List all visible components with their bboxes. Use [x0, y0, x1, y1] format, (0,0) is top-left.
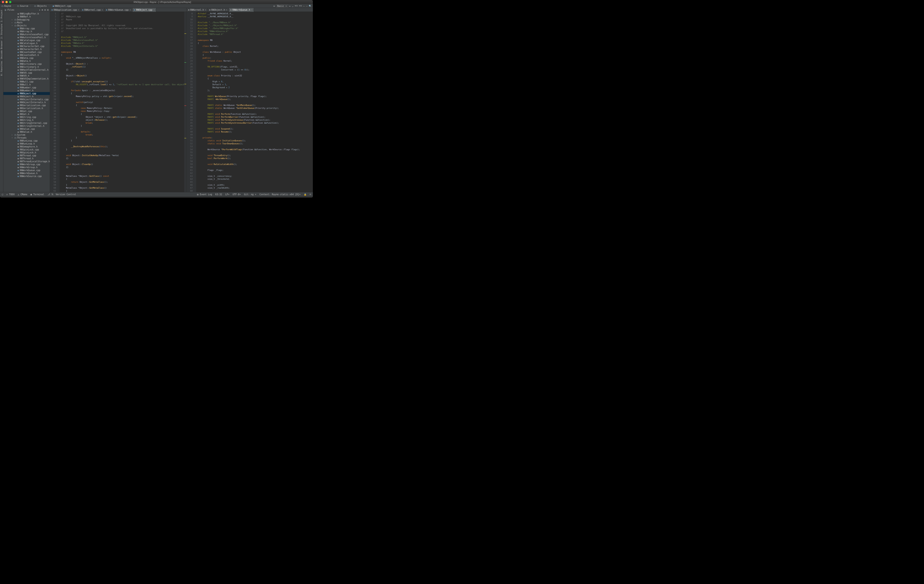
minimize-icon[interactable]: [5, 1, 8, 3]
version-control-tool[interactable]: ⎇ 9: Version Control: [48, 193, 76, 196]
breadcrumb-rnobject.cpp[interactable]: ● RNObject.cpp: [53, 4, 71, 8]
tool-unicode[interactable]: Unicode Browser: [0, 39, 3, 60]
tree-file[interactable]: ◉RNSet.cpp: [3, 110, 50, 113]
git-branch[interactable]: Git: ng ÷: [244, 193, 256, 196]
tree-file[interactable]: ◉RNDictionary.cpp: [3, 63, 50, 66]
tab-rnobject-h[interactable]: ◉RNObject.h×: [208, 8, 229, 12]
vcs-commit-button[interactable]: VCS: [299, 5, 302, 7]
tree-file[interactable]: ◉RNAutoreleasePool.cpp: [3, 33, 50, 36]
tab-rnobject-cpp[interactable]: ◉RNObject.cpp×: [132, 8, 157, 12]
tool-structure[interactable]: 2: Structure: [0, 23, 3, 39]
close-tab-icon[interactable]: ×: [205, 9, 206, 11]
tree-file[interactable]: ◉RNValue.h: [3, 130, 50, 133]
tree-file[interactable]: ◉RNString.h: [3, 118, 50, 122]
line-separator[interactable]: LF÷: [225, 193, 229, 196]
tab-rnworkqueue-cpp[interactable]: ◉RNWorkQueue.cpp×: [105, 8, 132, 12]
close-tab-icon[interactable]: ×: [102, 9, 103, 11]
tree-file[interactable]: ◉RNObjectInternals.cpp: [3, 98, 50, 101]
terminal-tool[interactable]: ▣ Terminal: [30, 193, 44, 196]
tool-favorites[interactable]: 0: Favorites: [0, 60, 3, 77]
tree-file[interactable]: ◉RNSpinLock.cpp: [3, 148, 50, 151]
tree-file[interactable]: ◉RNStringInternal.h: [3, 125, 50, 127]
breadcrumb-source[interactable]: 🗀 Source: [17, 4, 28, 8]
tab-rnapplication-cpp[interactable]: ◉RNApplication.cpp×: [50, 8, 81, 12]
tree-file[interactable]: ◉RNCharacterSet.cpp: [3, 45, 50, 48]
tree-folder[interactable]: ▸🗀Debugging: [3, 18, 50, 21]
back-button[interactable]: ←: [303, 5, 305, 7]
tree-file[interactable]: ◉RNData.h: [3, 59, 50, 63]
code-content[interactable]: // // RNObject.cpp // Rayne // // Copyri…: [59, 12, 184, 192]
tree-folder[interactable]: ▸🗀System: [3, 133, 50, 137]
close-tab-icon[interactable]: ×: [153, 9, 155, 11]
tree-file[interactable]: ◉RNNumber.cpp: [3, 86, 50, 89]
gear-icon[interactable]: ⚙: [45, 9, 46, 11]
tree-file[interactable]: ◉RNKVOImplementation.h: [3, 77, 50, 80]
tree-file[interactable]: ◉RNRunLoop.h: [3, 142, 50, 145]
tree-file[interactable]: ◉RNNumber.h: [3, 89, 50, 92]
debug-button[interactable]: ⌄: [292, 5, 294, 7]
search-button[interactable]: 🔍: [309, 5, 312, 7]
vcs-update-button[interactable]: VCS: [295, 5, 298, 7]
close-tab-icon[interactable]: ×: [251, 9, 252, 11]
tree-file[interactable]: ◉RNAutoreleasePool.h: [3, 36, 50, 39]
tree-file[interactable]: ◉RNData.cpp: [3, 57, 50, 59]
close-tab-icon[interactable]: ×: [130, 9, 131, 11]
tree-file[interactable]: ◉RNSet.h: [3, 113, 50, 116]
tree-file[interactable]: ◉RNCountedSet.h: [3, 54, 50, 57]
tree-file[interactable]: ◉RNDictionary.h: [3, 66, 50, 68]
tree-file[interactable]: ◉RNCharacterSet.h: [3, 48, 50, 51]
tree-file[interactable]: ◉RNString.cpp: [3, 116, 50, 118]
scroll-to-source-button[interactable]: ⊚: [41, 9, 43, 11]
collapse-all-button[interactable]: ↕: [39, 9, 40, 11]
hide-tools-button[interactable]: ▢: [2, 193, 3, 196]
code-content[interactable]: #ifndef __RAYNE_WORKQUEUE_H__ #define __…: [196, 12, 313, 192]
tree-file[interactable]: ◉RNCountedSet.cpp: [3, 51, 50, 54]
tree-file[interactable]: ◉RNKVO.h: [3, 74, 50, 77]
forward-button[interactable]: →: [306, 5, 307, 7]
event-log-button[interactable]: ▤ Event Log: [197, 193, 212, 196]
tree-folder[interactable]: ▾🗀Objects: [3, 24, 50, 27]
tree-file[interactable]: ◉RNObject.h: [3, 95, 50, 98]
tree-file[interactable]: ◉RNThreadLocalStorage.h: [3, 160, 50, 163]
close-tab-icon[interactable]: ×: [78, 9, 79, 11]
maximize-icon[interactable]: [9, 1, 12, 3]
tree-file[interactable]: ◉RNRRef.h: [3, 15, 50, 18]
tree-file[interactable]: ◉RNKVO.cpp: [3, 71, 50, 74]
tree-file[interactable]: ◉RNWorkQueue.cpp: [3, 169, 50, 172]
error-stripe[interactable]: [184, 12, 186, 192]
left-editor[interactable]: 1 2 3 4 5 6 7 8 9 10 11 12 13 14 15 16 1…: [50, 12, 186, 192]
tree-file[interactable]: ◉RNSpinLock.h: [3, 151, 50, 154]
tab-rnkernel-cpp[interactable]: ◉RNKernel.cpp×: [81, 8, 105, 12]
tree-file[interactable]: ◉RNSerialization.h: [3, 107, 50, 110]
tree-file[interactable]: ◉RNSemaphore.h: [3, 145, 50, 148]
breadcrumb-rayne[interactable]: 🗀 Rayne: [2, 4, 11, 8]
tool-project[interactable]: 1: Project: [0, 9, 3, 23]
tree-file[interactable]: ◉RNNull.cpp: [3, 80, 50, 83]
tree-file[interactable]: ◉RNThread.h: [3, 157, 50, 160]
tree-folder[interactable]: ▸🗀Math: [3, 21, 50, 24]
tab-rnworkqueue-h[interactable]: ◉RNWorkQueue.h×: [229, 8, 254, 12]
run-button[interactable]: ▸: [289, 5, 291, 7]
tree-file[interactable]: ◉RNValue.cpp: [3, 127, 50, 130]
build-button[interactable]: ⚒: [273, 5, 275, 7]
tree-file[interactable]: ◉RNSerialization.cpp: [3, 104, 50, 107]
encoding[interactable]: UTF-8÷: [233, 193, 241, 196]
breadcrumb-objects[interactable]: 🗀 Objects: [34, 4, 46, 8]
tree-file[interactable]: ◉RNObjectInternals.h: [3, 101, 50, 104]
tree-file[interactable]: ◉RNWorkSource.cpp: [3, 175, 50, 178]
tree-file[interactable]: ◉RNRingBuffer.h: [3, 12, 50, 15]
caret-position[interactable]: 63:32: [215, 193, 222, 196]
hector-icon[interactable]: ☺: [310, 193, 311, 196]
tab-rnkernel-h[interactable]: ◉RNKernel.h×: [186, 8, 208, 12]
file-tree[interactable]: ◉RNRingBuffer.h◉RNRRef.h▸🗀Debugging▸🗀Mat…: [3, 12, 50, 192]
tree-file[interactable]: ◉RNArray.cpp: [3, 27, 50, 30]
tree-file[interactable]: ◉RNRunLoop.cpp: [3, 139, 50, 142]
tree-file[interactable]: ◉RNWorkQueue.h: [3, 172, 50, 175]
tree-file[interactable]: ◉RNHashTableInternal.h: [3, 68, 50, 71]
tree-file[interactable]: ◉RNObject.cpp: [3, 92, 50, 95]
tree-file[interactable]: ◉RNThread.cpp: [3, 154, 50, 157]
context[interactable]: Context: Rayne-static-x64 [D]÷: [259, 193, 300, 196]
tree-file[interactable]: ◉RNWorkGroup.h: [3, 166, 50, 169]
tree-file[interactable]: ◉RNStringInternal.cpp: [3, 122, 50, 125]
right-editor[interactable]: 8 9 10 11 12 13 14 15 16 17 18 19 20 21 …: [186, 12, 313, 192]
